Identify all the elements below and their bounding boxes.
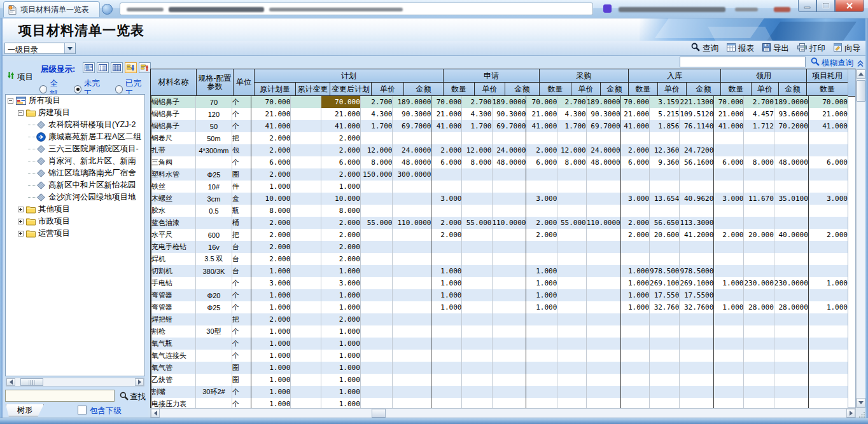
table-cell[interactable]: 90.3000 (492, 108, 526, 120)
table-cell[interactable] (431, 362, 462, 374)
view-large-icons-button[interactable] (83, 62, 95, 73)
table-cell[interactable]: 2.700 (360, 96, 393, 108)
table-cell[interactable]: 13.654 (650, 193, 680, 205)
column-header[interactable]: 单价 (658, 83, 687, 96)
table-cell[interactable]: 230.0000 (774, 277, 808, 289)
table-cell[interactable] (492, 338, 526, 350)
table-cell[interactable] (650, 241, 680, 253)
column-header[interactable]: 数量 (629, 83, 658, 96)
table-cell[interactable] (291, 301, 321, 313)
table-cell[interactable] (650, 386, 680, 398)
table-cell[interactable] (714, 398, 744, 409)
table-cell[interactable]: 21.000 (431, 108, 462, 120)
table-cell[interactable] (714, 313, 744, 325)
table-cell[interactable] (393, 362, 431, 374)
table-cell[interactable]: 24.7200 (680, 144, 714, 156)
table-cell[interactable]: 30环2# (196, 386, 232, 398)
table-cell[interactable]: 48.0000 (492, 156, 526, 168)
table-cell[interactable] (526, 181, 557, 193)
table-cell[interactable]: Φ25 (196, 301, 232, 313)
table-row[interactable]: 水平尺600把2.0002.0002.0002.0002.00020.60041… (151, 229, 848, 241)
table-row[interactable]: 手电钻个3.0003.0001.0001.0001.000269.100269.… (151, 277, 848, 289)
table-cell[interactable] (196, 338, 232, 350)
table-cell[interactable] (620, 132, 649, 144)
table-cell[interactable] (744, 168, 774, 181)
table-cell[interactable] (620, 362, 649, 374)
table-cell[interactable] (462, 253, 492, 265)
table-cell[interactable] (620, 325, 649, 338)
table-cell[interactable] (291, 217, 321, 229)
table-cell[interactable]: 20.600 (650, 229, 680, 241)
table-cell[interactable]: 1.000 (251, 398, 291, 409)
table-row[interactable]: 铜铝鼻子50个41.00041.0001.70069.700041.0001.7… (151, 120, 848, 132)
table-cell[interactable] (431, 350, 462, 362)
table-cell[interactable] (492, 205, 526, 217)
table-cell[interactable]: 1.000 (251, 289, 291, 301)
table-cell[interactable] (431, 181, 462, 193)
table-cell[interactable] (714, 253, 744, 265)
table-cell[interactable]: 2.000 (251, 217, 291, 229)
table-cell[interactable]: 6.000 (526, 156, 557, 168)
table-cell[interactable]: 21.000 (714, 108, 744, 120)
table-cell[interactable]: 1.712 (744, 120, 774, 132)
scrollbar-thumb[interactable] (857, 80, 865, 102)
table-cell[interactable] (431, 205, 462, 217)
table-cell[interactable]: 69.7000 (393, 120, 431, 132)
table-cell[interactable] (620, 313, 649, 325)
table-row[interactable]: 木螺丝3cm盒10.00010.0003.0003.0003.00013.654… (151, 193, 848, 205)
table-cell[interactable]: 3.000 (808, 193, 848, 205)
table-cell[interactable] (196, 398, 232, 409)
table-cell[interactable]: 个 (232, 325, 251, 338)
table-cell[interactable] (714, 168, 744, 181)
table-cell[interactable]: 93.6000 (774, 108, 808, 120)
table-cell[interactable] (808, 168, 848, 181)
table-cell[interactable] (620, 350, 649, 362)
column-header[interactable]: 单价 (752, 83, 779, 96)
table-cell[interactable]: 1.000 (251, 386, 291, 398)
table-cell[interactable] (680, 350, 714, 362)
table-cell[interactable] (586, 350, 620, 362)
table-cell[interactable]: 41.000 (620, 120, 649, 132)
table-cell[interactable]: 1.000 (431, 301, 462, 313)
refresh-icon[interactable] (7, 71, 15, 83)
tree-item[interactable]: 其他项目 (6, 203, 144, 215)
table-cell[interactable] (744, 350, 774, 362)
table-cell[interactable] (650, 350, 680, 362)
table-cell[interactable] (196, 350, 232, 362)
table-cell[interactable] (360, 277, 393, 289)
table-cell[interactable] (291, 350, 321, 362)
table-cell[interactable] (393, 386, 431, 398)
table-cell[interactable]: 1.000 (620, 289, 649, 301)
table-cell[interactable] (431, 386, 462, 398)
table-cell[interactable]: 个 (232, 386, 251, 398)
table-cell[interactable]: 氧气瓶 (151, 338, 196, 350)
table-cell[interactable]: 蓝色油漆 (151, 217, 196, 229)
tree-item[interactable]: 金沙滨河公园绿地项目地 (6, 191, 144, 203)
table-cell[interactable] (291, 253, 321, 265)
table-cell[interactable] (291, 398, 321, 409)
table-cell[interactable]: 铜铝鼻子 (151, 96, 196, 108)
table-cell[interactable]: 1.000 (321, 325, 360, 338)
table-cell[interactable] (393, 398, 431, 409)
table-cell[interactable]: 1.000 (526, 277, 557, 289)
tree-item[interactable]: 肖家河、新北片区、新南 (6, 155, 144, 167)
table-cell[interactable] (808, 241, 848, 253)
table-cell[interactable] (650, 362, 680, 374)
table-cell[interactable] (492, 289, 526, 301)
table-cell[interactable] (492, 229, 526, 241)
table-cell[interactable] (680, 362, 714, 374)
table-cell[interactable]: 6.000 (714, 156, 744, 168)
table-cell[interactable] (774, 374, 808, 386)
column-header[interactable]: 单价 (372, 83, 404, 96)
table-cell[interactable] (680, 313, 714, 325)
table-cell[interactable]: 1.000 (251, 374, 291, 386)
table-cell[interactable] (557, 193, 586, 205)
table-cell[interactable] (620, 168, 649, 181)
table-cell[interactable]: 70.000 (251, 96, 291, 108)
table-row[interactable]: 割嘴30环2#个1.0001.000 (151, 386, 848, 398)
table-cell[interactable] (393, 277, 431, 289)
table-cell[interactable]: 69.7000 (586, 120, 620, 132)
group-header[interactable]: 采购 (540, 69, 629, 83)
table-cell[interactable] (586, 205, 620, 217)
table-cell[interactable]: 56.650 (650, 217, 680, 229)
